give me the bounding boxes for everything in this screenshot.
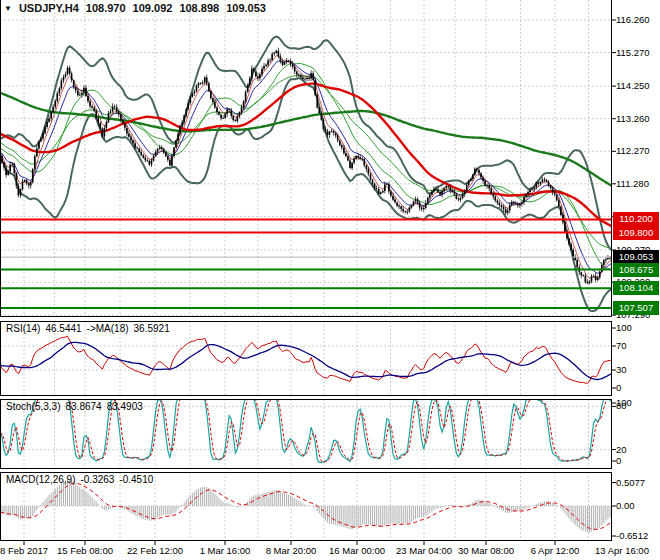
stoch-axis-label: 0 [616,456,621,466]
chart-header: ▼ USDJPY,H4 108.970 109.092 108.898 109.… [4,2,266,14]
rsi-ma-name: ->MA(18) [87,323,129,334]
rsi-value: 46.5441 [45,323,81,334]
time-axis-label: 6 Apr 12:00 [531,545,580,556]
ohlc-low: 108.898 [179,2,219,14]
price-badge-resistance: 110.200 [613,212,659,226]
price-axis-label: 112.270 [616,146,650,156]
stoch-name: Stoch(5,3,3) [6,401,60,412]
rsi-axis-label: 0 [616,383,621,393]
rsi-ma-value: 36.5921 [134,323,170,334]
time-axis-label: 30 Mar 08:00 [458,545,514,556]
time-axis-label: 8 Mar 20:00 [266,545,317,556]
time-axis-label: 13 Apr 16:00 [595,545,649,556]
main-chart-pane[interactable] [0,0,613,317]
rsi-axis-label: 30 [616,365,627,375]
price-axis-label: 111.280 [616,179,649,189]
rsi-indicator-label: RSI(14)46.5441->MA(18)36.5921 [6,323,175,334]
price-axis-label: 116.260 [616,15,650,25]
stoch-indicator-label: Stoch(5,3,3)83.867483.4903 [6,401,148,412]
trading-chart-window: ▼ USDJPY,H4 108.970 109.092 108.898 109.… [0,0,660,560]
price-badge-support: 108.675 [613,263,659,277]
stoch-value1: 83.8674 [65,401,101,412]
rsi-axis-label: 70 [616,341,627,351]
macd-axis-label: 0.00 [616,501,635,511]
price-axis-label: 115.270 [616,48,650,58]
stoch-axis-label: 80 [616,401,627,411]
time-axis-label: 8 Feb 2017 [0,545,48,556]
macd-value1: -0.3263 [80,474,114,485]
price-axis-label: 114.250 [616,81,650,91]
time-axis-label: 22 Feb 12:00 [127,545,183,556]
rsi-axis-label: 100 [616,323,632,333]
price-axis-label: 113.260 [616,114,650,124]
time-axis-label: 1 Mar 16:00 [200,545,251,556]
time-axis-label: 15 Feb 08:00 [57,545,113,556]
symbol-dropdown-icon[interactable]: ▼ [4,4,12,13]
price-badge-support: 108.104 [613,281,659,295]
stoch-axis-label: 20 [616,445,627,455]
macd-axis-label: 0.5077 [616,478,645,488]
price-badge-support: 107.507 [613,301,659,315]
stoch-value2: 83.4903 [107,401,143,412]
ohlc-close: 109.053 [226,2,266,14]
macd-value2: -0.4510 [119,474,153,485]
symbol-timeframe: USDJPY,H4 [19,2,79,14]
ohlc-open: 108.970 [86,2,126,14]
time-axis-label: 16 Mar 00:00 [329,545,385,556]
macd-indicator-label: MACD(12,26,9)-0.3263-0.4510 [6,474,158,485]
rsi-name: RSI(14) [6,323,40,334]
time-axis-label: 23 Mar 04:00 [396,545,452,556]
ohlc-high: 109.092 [133,2,173,14]
macd-name: MACD(12,26,9) [6,474,75,485]
price-badge-resistance: 109.800 [613,226,659,240]
macd-axis-label: -0.6512 [616,531,648,541]
